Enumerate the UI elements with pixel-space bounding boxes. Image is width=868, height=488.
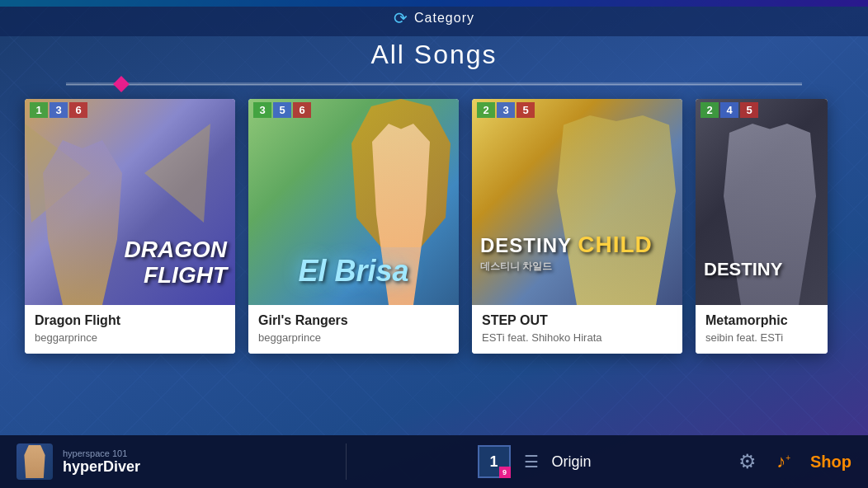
song-card-step-out[interactable]: DESTINY CHILD 데스티니 차일드 2 3 5 STEP OUT ES… <box>472 99 682 354</box>
art-title-elbrisa: El Brisa <box>298 254 408 289</box>
art-title-destiny: DESTINY CHILD 데스티니 차일드 <box>480 232 653 272</box>
center-section: 1 9 ☰ Origin <box>347 445 722 478</box>
card-art-dragon: DRAGONFLIGHT <box>25 99 235 305</box>
card-info-dragon-flight: Dragon Flight beggarprince <box>25 305 235 354</box>
card-art-girls: El Brisa <box>248 99 459 305</box>
card-image-girls-rangers: El Brisa 3 5 6 <box>248 99 459 305</box>
art-title-dragon: DRAGONFLIGHT <box>125 237 227 289</box>
card-image-metamorphic: DESTINY 2 4 5 <box>696 99 828 305</box>
card-image-step-out: DESTINY CHILD 데스티니 차일드 2 3 5 <box>472 99 682 305</box>
diff-badge-m3: 5 <box>740 102 758 118</box>
diff-badge-1: 1 <box>30 102 48 118</box>
card-info-metamorphic: Metamorphic seibin feat. ESTi <box>696 305 828 354</box>
wing-right <box>144 124 210 223</box>
diff-badge-s3: 5 <box>517 102 535 118</box>
song-card-girls-rangers[interactable]: El Brisa 3 5 6 Girl's Rangers beggarprin… <box>248 99 459 354</box>
category-bar[interactable]: ⟳ Category <box>0 0 868 36</box>
diff-badge-g3: 6 <box>293 102 311 118</box>
song-artist-metamorphic: seibin feat. ESTi <box>705 331 818 344</box>
origin-label: Origin <box>552 453 592 471</box>
diff-badge-m2: 4 <box>720 102 738 118</box>
list-icon[interactable]: ☰ <box>524 452 539 472</box>
diff-badge-g2: 5 <box>273 102 291 118</box>
diff-badge-g1: 3 <box>253 102 271 118</box>
right-section: ⚙ ♪+ Shop <box>722 450 868 473</box>
difficulty-badges-step-out: 2 3 5 <box>472 99 540 121</box>
card-art-metamorphic: DESTINY <box>696 99 828 305</box>
song-artist-step-out: ESTi feat. Shihoko Hirata <box>482 331 672 344</box>
character-dragon <box>33 140 132 305</box>
song-artist-dragon-flight: beggarprince <box>35 331 225 344</box>
character-destiny <box>550 115 682 305</box>
difficulty-badges-metamorphic: 2 4 5 <box>696 99 763 121</box>
page-title: All Songs <box>0 40 868 70</box>
song-card-metamorphic[interactable]: DESTINY 2 4 5 Metamorphic seibin feat. E… <box>696 99 828 354</box>
song-title-metamorphic: Metamorphic <box>705 313 818 328</box>
card-info-girls-rangers: Girl's Rangers beggarprince <box>248 305 459 354</box>
difficulty-badges-dragon: 1 3 6 <box>25 99 92 121</box>
diff-badge-m1: 2 <box>701 102 719 118</box>
diff-badge-2: 3 <box>50 102 68 118</box>
music-add-icon[interactable]: ♪+ <box>776 451 790 472</box>
art-title-metamorphic: DESTINY <box>704 259 782 280</box>
rank-number: 1 <box>490 453 498 471</box>
song-card-dragon-flight[interactable]: DRAGONFLIGHT 1 3 6 Dragon Flight beggarp… <box>25 99 235 354</box>
song-title-girls-rangers: Girl's Rangers <box>258 313 449 328</box>
card-info-step-out: STEP OUT ESTi feat. Shihoko Hirata <box>472 305 682 354</box>
player-name: hyperDiver <box>63 458 140 476</box>
song-slider[interactable] <box>66 82 802 86</box>
song-title-dragon-flight: Dragon Flight <box>35 313 225 328</box>
rank-badge[interactable]: 1 9 <box>478 445 511 478</box>
rank-sub: 9 <box>499 467 511 478</box>
songs-list: DRAGONFLIGHT 1 3 6 Dragon Flight beggarp… <box>25 99 868 354</box>
slider-track <box>66 84 802 85</box>
card-image-dragon-flight: DRAGONFLIGHT 1 3 6 <box>25 99 235 305</box>
player-info: hyperspace 101 hyperDiver <box>63 448 140 476</box>
player-section: hyperspace 101 hyperDiver <box>0 443 347 480</box>
diff-badge-3: 6 <box>69 102 87 118</box>
song-artist-girls-rangers: beggarprince <box>258 331 449 344</box>
player-avatar <box>17 443 53 480</box>
song-title-step-out: STEP OUT <box>482 313 672 328</box>
category-label: Category <box>414 11 474 26</box>
diff-badge-s1: 2 <box>477 102 495 118</box>
diff-badge-s2: 3 <box>497 102 515 118</box>
player-subtitle: hyperspace 101 <box>63 448 140 458</box>
difficulty-badges-girls: 3 5 6 <box>248 99 316 121</box>
settings-icon[interactable]: ⚙ <box>738 450 757 473</box>
bottom-bar: hyperspace 101 hyperDiver 1 9 ☰ Origin ⚙… <box>0 435 868 488</box>
shop-label[interactable]: Shop <box>810 453 851 472</box>
category-icon: ⟳ <box>394 8 408 28</box>
card-art-destiny: DESTINY CHILD 데스티니 차일드 <box>472 99 682 305</box>
avatar-character <box>20 445 50 478</box>
